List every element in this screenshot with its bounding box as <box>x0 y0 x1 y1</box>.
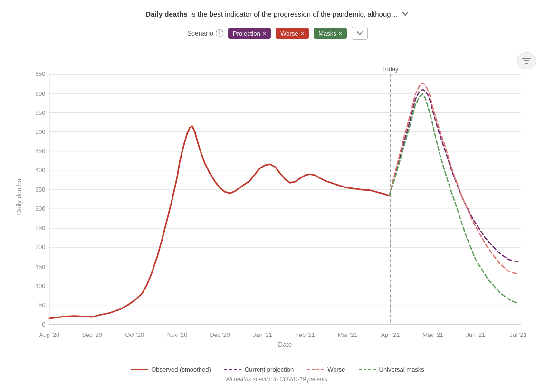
legend-item-observed: Observed (smoothed) <box>131 366 211 373</box>
svg-text:400: 400 <box>35 167 45 174</box>
svg-text:150: 150 <box>35 264 45 271</box>
chart-title: Daily deaths is the best indicator of th… <box>145 9 409 18</box>
grid-lines <box>49 74 521 325</box>
worse-line <box>389 83 518 274</box>
legend-label-observed: Observed (smoothed) <box>151 366 211 373</box>
chart-container: 0 50 100 150 200 250 300 350 400 450 500… <box>14 47 541 361</box>
observed-line <box>49 126 389 318</box>
legend-item-worse: Worse <box>307 366 345 373</box>
title-rest: is the best indicator of the progression… <box>191 10 398 18</box>
svg-text:Aug '20: Aug '20 <box>39 332 60 338</box>
filter-button[interactable] <box>517 52 536 69</box>
legend-swatch-masks <box>359 369 376 370</box>
y-axis-labels: 0 50 100 150 200 250 300 350 400 450 500… <box>35 71 45 328</box>
tag-worse[interactable]: Worse × <box>276 28 309 39</box>
svg-text:Dec '20: Dec '20 <box>210 332 230 338</box>
svg-text:Feb '21: Feb '21 <box>295 332 315 338</box>
main-svg-chart: 0 50 100 150 200 250 300 350 400 450 500… <box>14 47 541 361</box>
scenario-label: Scenario i <box>187 29 223 37</box>
legend-label-projection: Current projection <box>245 366 294 373</box>
svg-text:Sep '20: Sep '20 <box>82 332 102 338</box>
legend-swatch-projection <box>224 369 241 370</box>
svg-text:600: 600 <box>35 91 45 97</box>
svg-text:Mar '21: Mar '21 <box>338 332 358 338</box>
tag-projection-close[interactable]: × <box>263 30 267 37</box>
svg-text:Oct '20: Oct '20 <box>125 332 144 338</box>
svg-text:May '21: May '21 <box>422 332 443 338</box>
svg-text:Jul '21: Jul '21 <box>509 332 526 338</box>
svg-text:0: 0 <box>42 321 45 328</box>
legend-label-masks: Universal masks <box>379 366 424 373</box>
x-axis-labels: Aug '20 Sep '20 Oct '20 Nov '20 Dec '20 … <box>39 332 527 338</box>
today-label: Today <box>383 66 399 73</box>
svg-text:Nov '20: Nov '20 <box>167 332 188 338</box>
scenario-info-icon[interactable]: i <box>216 29 223 37</box>
svg-text:450: 450 <box>35 148 45 155</box>
svg-text:650: 650 <box>35 71 45 77</box>
svg-text:300: 300 <box>35 205 45 212</box>
tag-projection[interactable]: Projection × <box>228 28 271 39</box>
svg-text:Jun '21: Jun '21 <box>466 332 485 338</box>
footnote: All deaths specific to COVID-19 patients… <box>226 376 329 383</box>
tag-masks[interactable]: Masks × <box>314 28 347 39</box>
svg-text:500: 500 <box>35 129 45 135</box>
svg-text:350: 350 <box>35 187 45 193</box>
tag-worse-close[interactable]: × <box>301 30 305 37</box>
scenario-dropdown[interactable] <box>352 27 368 40</box>
svg-text:550: 550 <box>35 110 45 116</box>
title-expand-button[interactable] <box>401 9 410 18</box>
legend-item-projection: Current projection <box>224 366 294 373</box>
svg-text:100: 100 <box>35 283 45 289</box>
scenario-bar: Scenario i Projection × Worse × Masks × <box>187 27 368 40</box>
svg-text:Jan '21: Jan '21 <box>253 332 272 338</box>
svg-text:50: 50 <box>38 302 45 308</box>
y-axis-title: Daily deaths <box>16 179 23 215</box>
legend-swatch-observed <box>131 369 148 370</box>
x-axis-title: Date <box>278 341 292 348</box>
legend: Observed (smoothed) Current projection W… <box>131 366 424 373</box>
svg-text:Apr '21: Apr '21 <box>381 332 400 338</box>
legend-item-masks: Universal masks <box>359 366 424 373</box>
legend-swatch-worse <box>307 369 324 370</box>
svg-text:250: 250 <box>35 225 45 232</box>
title-bold: Daily deaths <box>145 10 187 18</box>
tag-masks-close[interactable]: × <box>339 30 343 37</box>
legend-label-worse: Worse <box>327 366 345 373</box>
svg-text:200: 200 <box>35 244 45 251</box>
